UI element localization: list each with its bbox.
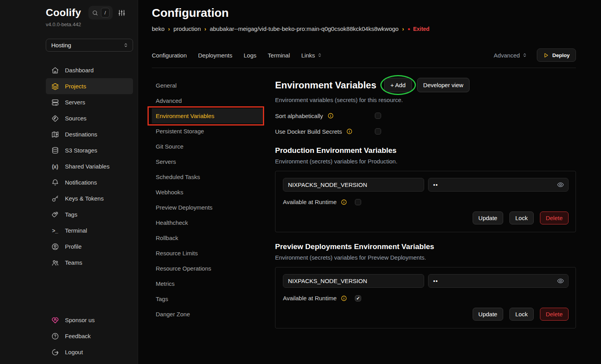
sidebar-item-terminal[interactable]: >_ Terminal — [46, 222, 133, 238]
sidebar-item-label: Teams — [65, 259, 82, 266]
tab-terminal[interactable]: Terminal — [268, 52, 290, 59]
docker-build-secrets-row: Use Docker Build Secrets — [275, 127, 576, 136]
settings-subnav: General Advanced Environment Variables P… — [152, 78, 263, 344]
panel-description: Environment variables (secrets) for this… — [275, 97, 576, 103]
chevrons-up-down-icon — [317, 52, 322, 58]
sort-alphabetically-checkbox[interactable] — [375, 113, 381, 119]
sidebar-item-label: Sponsor us — [65, 317, 95, 323]
subnav-item-preview-deployments[interactable]: Preview Deployments — [152, 200, 263, 215]
git-source-icon — [51, 115, 59, 122]
main-area: Configuration beko › production › abubak… — [138, 0, 601, 364]
sidebar-item-label: Profile — [65, 243, 82, 250]
search-button[interactable]: / — [88, 6, 113, 20]
subnav-item-tags[interactable]: Tags — [152, 291, 263, 307]
sidebar-item-notifications[interactable]: Notifications — [46, 174, 133, 190]
environment-variables-panel: Environment Variables + Add Developer vi… — [275, 78, 576, 344]
status-label: Exited — [413, 26, 430, 32]
sidebar-item-sources[interactable]: Sources — [46, 110, 133, 126]
update-button[interactable]: Update — [473, 308, 503, 321]
subnav-item-persistent-storage[interactable]: Persistent Storage — [152, 124, 263, 139]
docker-build-secrets-checkbox[interactable] — [375, 128, 381, 134]
sidebar-item-teams[interactable]: Teams — [46, 255, 133, 271]
delete-button[interactable]: Delete — [540, 212, 569, 224]
sidebar-item-destinations[interactable]: Destinations — [46, 126, 133, 142]
chevron-right-icon: › — [402, 26, 404, 32]
env-value-input[interactable] — [428, 274, 569, 288]
env-value-input[interactable] — [428, 178, 569, 192]
team-select[interactable]: Hosting — [46, 39, 133, 52]
available-at-runtime-row: Available at Runtime — [283, 199, 569, 205]
chevrons-up-down-icon — [522, 52, 527, 58]
sidebar-item-label: Destinations — [65, 131, 97, 138]
subnav-item-rollback[interactable]: Rollback — [152, 230, 263, 246]
sidebar-item-dashboard[interactable]: Dashboard — [46, 62, 133, 78]
subnav-item-git-source[interactable]: Git Source — [152, 139, 263, 154]
sidebar-item-profile[interactable]: Profile — [46, 238, 133, 255]
eye-icon[interactable] — [557, 181, 564, 188]
docker-build-secrets-label: Use Docker Build Secrets — [275, 128, 342, 135]
env-key-input[interactable] — [283, 274, 424, 288]
sort-alphabetically-label: Sort alphabetically — [275, 113, 323, 119]
sidebar-item-label: Keys & Tokens — [65, 195, 104, 202]
env-var-card: Available at Runtime Update Lock Delete — [275, 267, 576, 328]
available-at-runtime-checkbox[interactable] — [355, 199, 361, 205]
tab-deployments[interactable]: Deployments — [198, 52, 232, 59]
sidebar-item-keys-tokens[interactable]: Keys & Tokens — [46, 190, 133, 206]
sidebar-item-label: S3 Storages — [65, 147, 97, 154]
subnav-item-servers[interactable]: Servers — [152, 154, 263, 169]
key-icon — [51, 195, 59, 203]
play-icon — [543, 52, 549, 58]
users-icon — [51, 259, 59, 267]
tab-links[interactable]: Links — [301, 52, 322, 59]
eye-icon[interactable] — [557, 277, 564, 285]
subnav-item-environment-variables[interactable]: Environment Variables — [152, 108, 263, 124]
subnav-item-resource-operations[interactable]: Resource Operations — [152, 261, 263, 276]
developer-view-button[interactable]: Developer view — [417, 78, 470, 92]
available-at-runtime-checkbox[interactable] — [355, 295, 361, 301]
sidebar-nav: Dashboard Projects Servers Sources Desti… — [46, 62, 133, 271]
sidebar-item-label: Terminal — [65, 227, 87, 234]
tab-configuration[interactable]: Configuration — [152, 52, 187, 59]
subnav-item-scheduled-tasks[interactable]: Scheduled Tasks — [152, 169, 263, 185]
env-key-input[interactable] — [283, 178, 424, 192]
sidebar-item-logout[interactable]: Logout — [46, 344, 133, 360]
tab-logs[interactable]: Logs — [244, 52, 257, 59]
info-icon — [341, 199, 347, 205]
deploy-button-label: Deploy — [552, 52, 570, 58]
delete-button[interactable]: Delete — [540, 308, 569, 321]
breadcrumb-environment[interactable]: production — [173, 25, 201, 32]
sidebar-item-shared-variables[interactable]: (x) Shared Variables — [46, 158, 133, 174]
status-dot-icon: ● — [407, 27, 410, 31]
advanced-select[interactable]: Advanced — [494, 52, 527, 59]
sliders-icon[interactable] — [118, 9, 126, 17]
sort-alphabetically-row: Sort alphabetically — [275, 111, 576, 120]
subnav-item-advanced[interactable]: Advanced — [152, 93, 263, 108]
subnav-item-general[interactable]: General — [152, 78, 263, 93]
sidebar-item-sponsor-us[interactable]: Sponsor us — [46, 312, 133, 328]
subnav-item-resource-limits[interactable]: Resource Limits — [152, 246, 263, 261]
sidebar-item-s3-storages[interactable]: S3 Storages — [46, 142, 133, 158]
subnav-item-healthcheck[interactable]: Healthcheck — [152, 215, 263, 230]
deploy-button[interactable]: Deploy — [537, 48, 576, 62]
update-button[interactable]: Update — [473, 212, 503, 224]
add-button[interactable]: + Add — [384, 78, 412, 92]
lock-button[interactable]: Lock — [509, 212, 534, 224]
toolbar-divider — [152, 68, 576, 68]
sidebar-item-servers[interactable]: Servers — [46, 94, 133, 110]
breadcrumb-resource[interactable]: abubakar--meigag/vid-tube-beko-pro:main-… — [210, 25, 399, 32]
available-at-runtime-row: Available at Runtime — [283, 295, 569, 301]
user-circle-icon — [51, 243, 59, 251]
home-icon — [51, 66, 59, 74]
sidebar-item-feedback[interactable]: Feedback — [46, 328, 133, 344]
brand-logo: Coolify — [46, 7, 81, 19]
advanced-select-label: Advanced — [494, 52, 520, 59]
subnav-item-danger-zone[interactable]: Danger Zone — [152, 307, 263, 322]
lock-button[interactable]: Lock — [509, 308, 534, 321]
logout-icon — [51, 348, 59, 356]
breadcrumb-team[interactable]: beko — [152, 25, 165, 32]
layers-icon — [51, 82, 59, 90]
subnav-item-metrics[interactable]: Metrics — [152, 276, 263, 291]
subnav-item-webhooks[interactable]: Webhooks — [152, 185, 263, 200]
sidebar-item-tags[interactable]: Tags — [46, 206, 133, 222]
sidebar-item-projects[interactable]: Projects — [46, 78, 133, 94]
